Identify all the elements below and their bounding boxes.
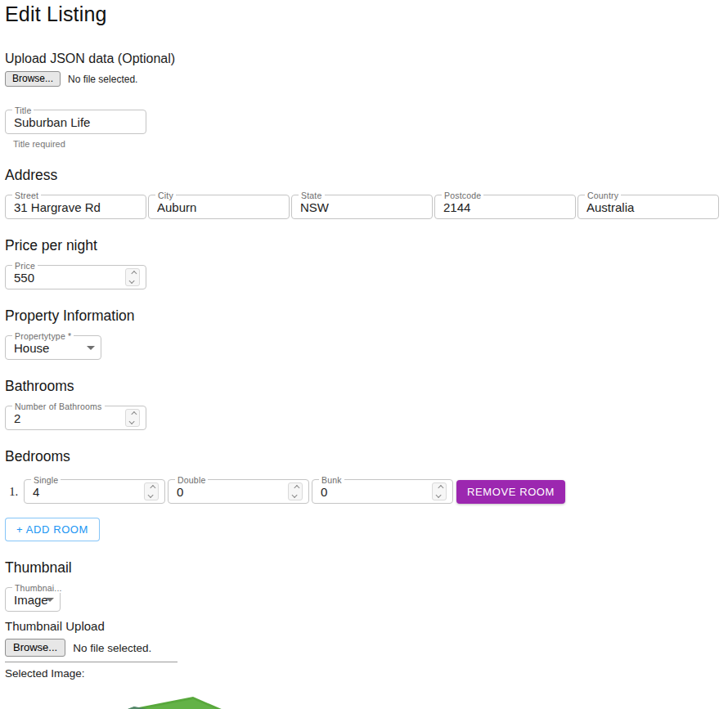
single-beds-label: Single [31, 475, 61, 485]
thumbnail-file-status: No file selected. [73, 642, 151, 654]
chevron-down-icon [46, 598, 54, 602]
bathrooms-label: Number of Bathrooms [12, 402, 105, 411]
json-browse-button[interactable]: Browse... [5, 71, 61, 87]
price-spinner[interactable] [125, 268, 140, 286]
spinner-up-icon[interactable] [150, 485, 155, 491]
spinner-down-icon[interactable] [291, 492, 297, 498]
spinner-up-icon[interactable] [131, 271, 137, 276]
double-beds-label: Double [175, 475, 208, 485]
double-beds-field[interactable]: Double [168, 479, 309, 504]
thumbnail-heading: Thumbnail [5, 559, 720, 577]
title-input[interactable] [14, 115, 140, 129]
spinner-up-icon[interactable] [131, 411, 137, 417]
selected-image [5, 684, 318, 709]
state-field[interactable]: State [291, 195, 433, 219]
title-field[interactable]: Title [5, 110, 146, 134]
city-input[interactable] [157, 200, 283, 214]
state-input[interactable] [300, 200, 426, 214]
bathrooms-input[interactable] [14, 411, 125, 425]
json-file-input[interactable]: Browse... No file selected. [5, 71, 720, 87]
spinner-up-icon[interactable] [438, 485, 443, 491]
bunk-beds-label: Bunk [319, 475, 344, 485]
bunk-beds-field[interactable]: Bunk [312, 479, 453, 504]
postcode-field[interactable]: Postcode [434, 195, 576, 219]
street-field[interactable]: Street [5, 195, 146, 219]
selected-image-label: Selected Image: [5, 667, 720, 680]
country-label: Country [585, 191, 621, 200]
country-field[interactable]: Country [577, 195, 719, 219]
street-label: Street [12, 191, 41, 200]
thumbnail-upload-heading: Thumbnail Upload [5, 619, 720, 633]
thumbnail-type-label: Thumbnai... [12, 583, 65, 593]
isometric-house-illustration [5, 684, 318, 709]
postcode-label: Postcode [442, 191, 483, 200]
thumbnail-type-select[interactable]: Thumbnai... Image [5, 587, 61, 612]
json-file-status: No file selected. [68, 74, 137, 85]
page-title: Edit Listing [5, 2, 720, 26]
edit-listing-page: Edit Listing Upload JSON data (Optional)… [0, 0, 728, 709]
price-field[interactable]: Price [5, 265, 146, 289]
price-input[interactable] [14, 271, 125, 285]
property-type-label: Propertytype * [12, 331, 74, 341]
thumbnail-file-input[interactable]: Browse... No file selected. [5, 639, 178, 662]
double-beds-spinner[interactable] [288, 482, 303, 500]
spinner-down-icon[interactable] [128, 278, 134, 284]
thumbnail-type-value: Image [14, 593, 41, 607]
country-input[interactable] [586, 200, 712, 214]
city-label: City [155, 191, 176, 200]
spinner-down-icon[interactable] [128, 419, 134, 424]
bedroom-row-index: 1. [5, 485, 18, 499]
title-field-label: Title [12, 105, 34, 115]
bunk-beds-input[interactable] [321, 485, 432, 499]
upload-json-heading: Upload JSON data (Optional) [5, 52, 720, 66]
thumbnail-browse-button[interactable]: Browse... [5, 639, 65, 657]
chevron-down-icon [87, 346, 95, 350]
address-heading: Address [5, 167, 720, 184]
bedroom-row: 1. Single Double Bunk REMOVE RO [5, 479, 720, 504]
title-helper-text: Title required [13, 139, 720, 149]
property-type-value: House [14, 341, 87, 355]
single-beds-field[interactable]: Single [24, 479, 165, 504]
spinner-up-icon[interactable] [294, 485, 299, 491]
address-fields-row: Street City State Postcode Country [5, 195, 720, 219]
property-type-select[interactable]: Propertytype * House [5, 335, 101, 360]
bathrooms-heading: Bathrooms [5, 378, 720, 395]
bathrooms-field[interactable]: Number of Bathrooms [5, 406, 146, 430]
price-label: Price [12, 261, 38, 271]
single-beds-spinner[interactable] [144, 482, 159, 500]
remove-room-button[interactable]: REMOVE ROOM [456, 480, 565, 504]
add-room-button[interactable]: + ADD ROOM [5, 518, 100, 541]
bunk-beds-spinner[interactable] [432, 482, 447, 500]
postcode-input[interactable] [443, 200, 569, 214]
price-heading: Price per night [5, 237, 720, 254]
bedrooms-heading: Bedrooms [5, 448, 720, 465]
spinner-down-icon[interactable] [435, 492, 441, 498]
spinner-down-icon[interactable] [147, 492, 153, 498]
city-field[interactable]: City [148, 195, 290, 219]
bathrooms-spinner[interactable] [125, 409, 140, 427]
street-input[interactable] [14, 200, 140, 214]
property-info-heading: Property Information [5, 307, 720, 325]
single-beds-input[interactable] [33, 485, 144, 499]
state-label: State [299, 191, 325, 200]
double-beds-input[interactable] [177, 485, 288, 499]
